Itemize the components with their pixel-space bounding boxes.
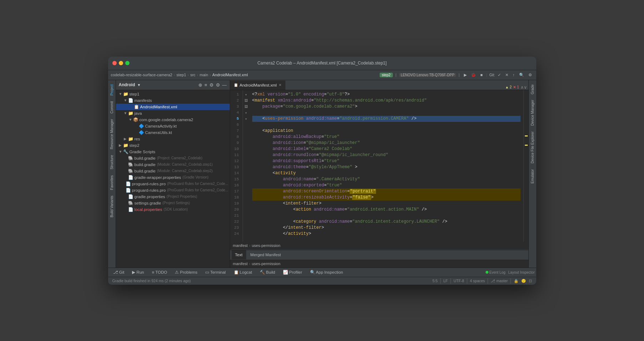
fold-icon-14[interactable]: ▾ (243, 110, 249, 116)
project-panel-dropdown-icon[interactable]: ▼ (137, 83, 141, 87)
right-tab-emulator[interactable]: Emulator (530, 166, 535, 186)
sidebar-item-favorites[interactable]: Favorites (109, 172, 115, 193)
bottom-path-manifest[interactable]: manifest (233, 262, 248, 266)
stop-button[interactable]: ■ (479, 72, 484, 78)
tree-item-step1[interactable]: ▼ 📁 step1 (116, 91, 230, 97)
panel-locate-btn[interactable]: ⊕ (198, 82, 202, 88)
status-emoji-icon[interactable]: 🙂 (520, 279, 527, 283)
panel-filter-btn[interactable]: ⚙ (209, 82, 214, 88)
tree-item-gradle-properties[interactable]: 📄 gradle.properties (Project Properties) (116, 193, 230, 200)
tree-item-gradle-scripts[interactable]: ▼ 🔧 Gradle Scripts (116, 149, 230, 155)
tree-hint-gradle-wrapper: (Gradle Version) (183, 175, 209, 179)
image-gutter-11[interactable]: 🖼 (243, 104, 249, 110)
code-content[interactable]: <?xml version="1.0" encoding="utf-8"?> <… (249, 90, 523, 242)
tree-item-cameraactivity[interactable]: 🔷 CameraActivity.kt (116, 123, 230, 129)
kt-file-icon-utils: 🔷 (139, 130, 144, 135)
panel-collapse-btn[interactable]: ≡ (204, 82, 207, 88)
tree-item-java[interactable]: ▼ 📁 java (116, 110, 230, 117)
right-tab-device-file-explorer[interactable]: Device File Explorer (530, 129, 535, 166)
status-power-icon[interactable]: ⊡ (527, 279, 533, 283)
tree-item-manifests[interactable]: ▼ 📄 manifests (116, 97, 230, 104)
minimize-button[interactable] (119, 61, 123, 65)
tree-item-package[interactable]: ▼ 📦 com.google.codelab.camera2 (116, 117, 230, 123)
editor-gutter: ▾ 🖼 🖼 ▾ ▾ (243, 90, 249, 242)
run-config-dropdown[interactable]: step2 (380, 73, 392, 77)
tree-item-proguard1[interactable]: 📄 proguard-rules.pro (ProGuard Rules for… (116, 181, 230, 187)
device-dropdown[interactable]: LENOVO Lenovo TB-Q706F-DPP (399, 73, 456, 77)
bottom-breadcrumb-path: manifest › uses-permission (233, 262, 280, 266)
breadcrumb-file[interactable]: AndroidManifest.xml (212, 73, 248, 77)
git-check-button[interactable]: ✓ (496, 72, 502, 78)
tree-label-settings-gradle: settings.gradle (135, 201, 161, 205)
fold-icon-7[interactable]: ▾ (243, 92, 249, 98)
tab-close-button[interactable]: ✕ (279, 83, 282, 87)
breadcrumb-manifest[interactable]: manifest (233, 243, 248, 248)
sidebar-item-structure[interactable]: Structure (109, 152, 115, 172)
main-tab-problems[interactable]: ⚠ Problems (171, 268, 201, 277)
sidebar-item-build-variants[interactable]: Build Variants (109, 193, 115, 220)
nav-up-icon[interactable]: ∧ (521, 85, 524, 90)
editor-tab-androidmanifest[interactable]: 📋 AndroidManifest.xml ✕ (230, 81, 285, 90)
toolbar-bar: codelab-resizable-surface-camera2 › step… (108, 70, 536, 80)
tree-item-proguard2[interactable]: 📄 proguard-rules.pro (ProGuard Rules for… (116, 187, 230, 193)
main-tab-profiler[interactable]: 📈 Profiler (279, 268, 306, 277)
main-tab-terminal[interactable]: ▭ Terminal (202, 268, 229, 277)
sidebar-item-project[interactable]: Project (109, 82, 115, 98)
close-button[interactable] (112, 61, 117, 65)
right-tab-grade[interactable]: Grade (530, 82, 535, 97)
main-tab-git[interactable]: ⎇ Git (110, 268, 128, 277)
package-icon: 📦 (133, 117, 138, 122)
git-x-button[interactable]: ✕ (504, 72, 510, 78)
status-position[interactable]: 5:5 (431, 279, 439, 283)
code-line-10: android:label="Camera2 Codelab" (252, 146, 521, 152)
tree-label-camerautils: CameraUtils.kt (145, 130, 172, 135)
tree-item-local-properties[interactable]: 📄 local.properties (SDK Location) (116, 206, 230, 213)
maximize-button[interactable] (125, 61, 130, 65)
breadcrumb-src[interactable]: src (190, 73, 196, 77)
fold-icon-19[interactable]: ▾ (243, 116, 249, 122)
tree-item-androidmanifest[interactable]: 📋 AndroidManifest.xml (116, 104, 230, 110)
main-tab-logcat[interactable]: 📋 Logcat (230, 268, 256, 277)
breadcrumb-main[interactable]: main (200, 73, 208, 77)
main-tab-app-inspection[interactable]: 🔍 App Inspection (306, 268, 347, 277)
bottom-tab-text[interactable]: Text (232, 250, 246, 259)
sidebar-item-commit[interactable]: Commit (109, 98, 115, 116)
git-push-button[interactable]: ↑ (511, 72, 516, 78)
sidebar-item-resource-manager[interactable]: Resource Manager (109, 116, 115, 152)
tree-item-build-gradle-step2[interactable]: 🐘 build.gradle (Module: Camera2_Codelab.… (116, 168, 230, 174)
right-tab-device-manager[interactable]: Device Manager (530, 97, 535, 129)
tree-item-camerautils[interactable]: 🔷 CameraUtils.kt (116, 129, 230, 136)
tree-item-gradle-wrapper[interactable]: 📄 gradle-wrapper.properties (Gradle Vers… (116, 174, 230, 181)
search-button[interactable]: 🔍 (518, 72, 526, 78)
status-branch[interactable]: ⎇ master (489, 279, 509, 283)
settings-button[interactable]: ⚙ (527, 72, 533, 78)
right-scrollbar[interactable] (523, 90, 528, 242)
tree-item-build-gradle-project[interactable]: 🐘 build.gradle (Project: Camera2_Codelab… (116, 155, 230, 161)
tree-item-build-gradle-step1[interactable]: 🐘 build.gradle (Module: Camera2_Codelab.… (116, 161, 230, 168)
tree-item-step2[interactable]: ▶ 📁 step2 (116, 142, 230, 149)
xml-file-icon: 📋 (134, 104, 139, 109)
main-tab-todo[interactable]: ≡ TODO (148, 268, 171, 277)
run-button[interactable]: ▶ (462, 72, 468, 78)
main-tab-run[interactable]: ▶ Run (128, 268, 147, 277)
debug-button[interactable]: 🐞 (470, 72, 477, 78)
event-log-btn[interactable]: Event Log (486, 270, 506, 274)
tree-item-settings-gradle[interactable]: 🐘 settings.gradle (Project Settings) (116, 200, 230, 206)
status-indent[interactable]: 4 spaces (468, 279, 486, 283)
breadcrumb-uses-permission[interactable]: uses-permission (252, 243, 280, 248)
status-encoding[interactable]: UTF-8 (452, 279, 466, 283)
breadcrumb-step1[interactable]: step1 (177, 73, 186, 77)
bottom-path-uses-permission[interactable]: uses-permission (252, 262, 280, 266)
nav-down-icon[interactable]: ∨ (524, 85, 527, 90)
folder-icon-step1: 📁 (123, 92, 128, 97)
main-tab-build[interactable]: 🔨 Build (256, 268, 279, 277)
code-line-13: android:theme="@style/AppTheme" > (252, 164, 521, 170)
status-line-ending[interactable]: LF (442, 279, 449, 283)
bottom-tab-merged-manifest[interactable]: Merged Manifest (247, 250, 285, 259)
image-gutter-9[interactable]: 🖼 (243, 98, 249, 104)
panel-settings-btn[interactable]: ⚙ (216, 82, 220, 88)
tree-item-res[interactable]: ▶ 📁 res (116, 136, 230, 142)
breadcrumb-project[interactable]: codelab-resizable-surface-camera2 (111, 73, 172, 77)
panel-close-btn[interactable]: — (222, 82, 227, 88)
layout-inspector-btn[interactable]: Layout Inspector (508, 270, 535, 274)
